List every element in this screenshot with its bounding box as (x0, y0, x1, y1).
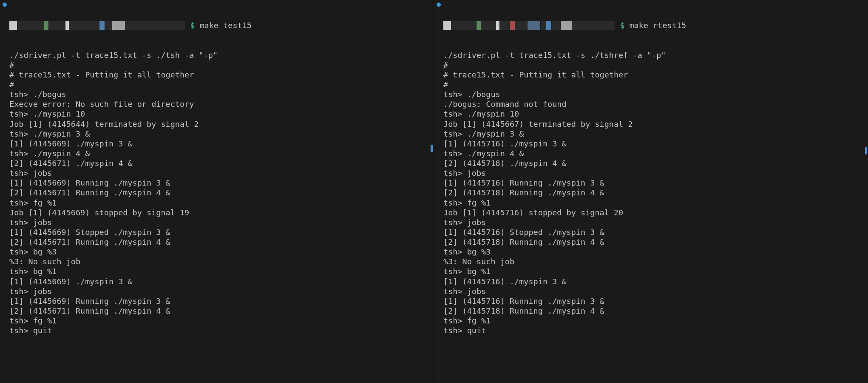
redacted-segment (572, 21, 615, 30)
terminal-line: [1] (4145716) Running ./myspin 3 & (443, 296, 868, 306)
redacted-segment (112, 21, 125, 30)
terminal-line: tsh> ./bogus (9, 89, 434, 99)
terminal-line: tsh> jobs (9, 168, 434, 178)
terminal-line: tsh> ./bogus (443, 89, 868, 99)
terminal-line: [2] (4145671) Running ./myspin 4 & (9, 306, 434, 316)
redacted-segment (561, 21, 572, 30)
terminal-line: [2] (4145671) ./myspin 4 & (9, 158, 434, 168)
redacted-segment (49, 21, 65, 30)
redacted-segment (44, 21, 48, 30)
terminal-line: Execve error: No such file or directory (9, 99, 434, 109)
terminal-pane-left[interactable]: $ make test15 ./sdriver.pl -t trace15.tx… (0, 0, 434, 383)
terminal-line: tsh> jobs (9, 217, 434, 227)
terminal-line: tsh> quit (9, 326, 434, 335)
redacted-segment (17, 21, 44, 30)
terminal-line: ./bogus: Command not found (443, 99, 868, 109)
terminal-line: [1] (4145669) Stopped ./myspin 3 & (9, 227, 434, 237)
terminal-line: %3: No such job (9, 257, 434, 266)
redacted-segment (443, 21, 451, 30)
redacted-segment (65, 21, 69, 30)
terminal-line: # trace15.txt - Putting it all together (9, 70, 434, 80)
terminal-line: tsh> jobs (443, 168, 868, 178)
terminal-line: [1] (4145669) Running ./myspin 3 & (9, 178, 434, 188)
terminal-output-left[interactable]: $ make test15 ./sdriver.pl -t trace15.tx… (0, 1, 434, 355)
redacted-segment (125, 21, 185, 30)
terminal-line: tsh> bg %3 (9, 247, 434, 257)
terminal-line: ./sdriver.pl -t trace15.txt -s ./tshref … (443, 50, 868, 60)
shell-command: make test15 (199, 21, 252, 30)
redacted-segment (69, 21, 99, 30)
terminal-line: tsh> ./myspin 3 & (443, 129, 868, 139)
terminal-line: tsh> fg %1 (9, 198, 434, 208)
redacted-segment (477, 21, 481, 30)
terminal-line: [2] (4145671) Running ./myspin 4 & (9, 188, 434, 197)
redacted-prompt-path (443, 21, 615, 30)
terminal-line: # (443, 60, 868, 70)
redacted-segment (99, 21, 105, 30)
terminal-line: tsh> ./myspin 3 & (9, 129, 434, 139)
terminal-line: # trace15.txt - Putting it all together (443, 70, 868, 80)
terminal-line: # (443, 80, 868, 89)
redacted-segment (541, 21, 546, 30)
redacted-segment (510, 21, 515, 30)
terminal-line: tsh> ./myspin 4 & (443, 149, 868, 158)
terminal-line: tsh> ./myspin 10 (443, 109, 868, 119)
terminal-line: tsh> ./myspin 10 (9, 109, 434, 119)
terminal-line: tsh> jobs (9, 286, 434, 296)
terminal-line: tsh> jobs (443, 217, 868, 227)
prompt-symbol: $ (190, 21, 195, 30)
terminal-line: Job [1] (4145716) stopped by signal 20 (443, 208, 868, 217)
terminal-output-right[interactable]: $ make rtest15 ./sdriver.pl -t trace15.t… (434, 1, 868, 355)
terminal-line: [2] (4145718) Running ./myspin 4 & (443, 237, 868, 247)
terminal-line: [1] (4145669) ./myspin 3 & (9, 277, 434, 286)
terminal-line: [1] (4145716) ./myspin 3 & (443, 139, 868, 149)
prompt-symbol: $ (620, 21, 624, 30)
terminal-pane-right[interactable]: $ make rtest15 ./sdriver.pl -t trace15.t… (434, 0, 868, 383)
terminal-line: Job [1] (4145667) terminated by signal 2 (443, 119, 868, 129)
terminal-line: [2] (4145718) Running ./myspin 4 & (443, 306, 868, 316)
terminal-line: [1] (4145716) ./myspin 3 & (443, 277, 868, 286)
redacted-prompt-path (9, 21, 185, 30)
terminal-line: tsh> bg %3 (443, 247, 868, 257)
prompt-line: $ make rtest15 (443, 20, 868, 30)
scrollbar-thumb[interactable] (865, 147, 867, 154)
redacted-segment (481, 21, 496, 30)
redacted-segment (552, 21, 560, 30)
prompt-line: $ make test15 (9, 20, 434, 30)
redacted-segment (105, 21, 112, 30)
redacted-segment (546, 21, 551, 30)
terminal-line: tsh> fg %1 (443, 198, 868, 208)
redacted-segment (496, 21, 499, 30)
terminal-line: tsh> quit (443, 326, 868, 335)
terminal-line: [2] (4145718) Running ./myspin 4 & (443, 188, 868, 197)
terminal-line: tsh> jobs (443, 286, 868, 296)
terminal-line: [2] (4145718) ./myspin 4 & (443, 158, 868, 168)
terminal-line: Job [1] (4145644) terminated by signal 2 (9, 119, 434, 129)
terminal-line: tsh> bg %1 (9, 266, 434, 276)
pane-active-indicator-icon (437, 3, 441, 7)
redacted-segment (9, 21, 17, 30)
terminal-line: tsh> bg %1 (443, 266, 868, 276)
terminal-line: [1] (4145669) Running ./myspin 3 & (9, 296, 434, 306)
terminal-line: # (9, 80, 434, 89)
terminal-line: [1] (4145716) Running ./myspin 3 & (443, 178, 868, 188)
terminal-line: [1] (4145669) ./myspin 3 & (9, 139, 434, 149)
terminal-line: ./sdriver.pl -t trace15.txt -s ./tsh -a … (9, 50, 434, 60)
redacted-segment (528, 21, 540, 30)
redacted-segment (451, 21, 476, 30)
terminal-line: tsh> ./myspin 4 & (9, 149, 434, 158)
shell-command: make rtest15 (629, 21, 686, 30)
redacted-segment (515, 21, 527, 30)
pane-active-indicator-icon (3, 3, 7, 7)
scrollbar-thumb[interactable] (431, 145, 433, 152)
terminal-line: [2] (4145671) Running ./myspin 4 & (9, 237, 434, 247)
terminal-line: Job [1] (4145669) stopped by signal 19 (9, 208, 434, 217)
redacted-segment (500, 21, 509, 30)
terminal-line: [1] (4145716) Stopped ./myspin 3 & (443, 227, 868, 237)
terminal-line: %3: No such job (443, 257, 868, 266)
terminal-line: tsh> fg %1 (443, 316, 868, 326)
terminal-line: tsh> fg %1 (9, 316, 434, 326)
terminal-line: # (9, 60, 434, 70)
